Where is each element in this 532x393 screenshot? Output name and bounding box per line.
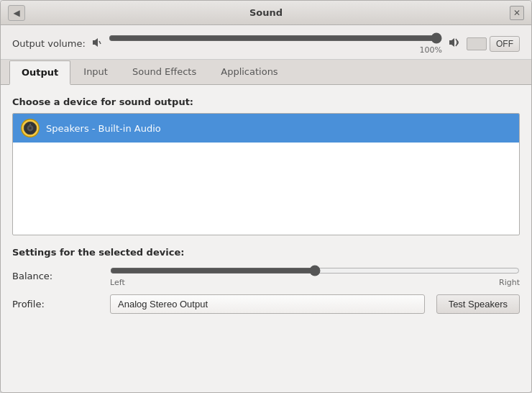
settings-title: Settings for the selected device: <box>12 247 520 258</box>
volume-high-icon <box>448 37 461 50</box>
off-button[interactable]: OFF <box>490 36 520 52</box>
balance-label: Balance: <box>12 271 98 281</box>
volume-bar: Output volume: 100% OFF <box>1 25 531 60</box>
svg-marker-2 <box>449 38 454 47</box>
tabs-row: Output Input Sound Effects Applications <box>1 60 531 85</box>
volume-label: Output volume: <box>12 38 86 49</box>
window-title: Sound <box>249 7 283 18</box>
close-button[interactable]: ✕ <box>510 6 524 20</box>
volume-low-icon <box>91 37 103 50</box>
svg-point-6 <box>29 127 32 130</box>
balance-row: Balance: Left Right <box>12 265 520 287</box>
profile-label: Profile: <box>12 299 98 310</box>
speaker-device-icon <box>20 118 40 138</box>
balance-slider-container: Left Right <box>110 265 520 287</box>
profile-select[interactable]: Analog Stereo Output Analog Stereo Duple… <box>110 294 425 314</box>
balance-left-label: Left <box>110 278 125 287</box>
balance-labels: Left Right <box>110 278 520 287</box>
tab-input[interactable]: Input <box>72 60 119 85</box>
back-button[interactable]: ◀ <box>8 5 25 21</box>
device-list[interactable]: Speakers - Built-in Audio <box>12 113 520 235</box>
balance-right-label: Right <box>499 278 520 287</box>
titlebar: ◀ Sound ✕ <box>1 1 531 25</box>
volume-slider[interactable] <box>109 32 442 44</box>
svg-line-1 <box>99 41 101 44</box>
svg-point-7 <box>29 124 31 125</box>
device-name-speakers: Speakers - Built-in Audio <box>46 123 161 134</box>
volume-percent: 100% <box>420 45 442 55</box>
balance-slider[interactable] <box>110 265 520 276</box>
profile-row: Profile: Analog Stereo Output Analog Ste… <box>12 294 520 314</box>
off-button-container: OFF <box>467 36 520 52</box>
tab-applications[interactable]: Applications <box>209 60 289 85</box>
choose-device-title: Choose a device for sound output: <box>12 96 520 107</box>
profile-select-container: Analog Stereo Output Analog Stereo Duple… <box>110 294 425 314</box>
tab-sound-effects[interactable]: Sound Effects <box>121 60 208 85</box>
test-speakers-button[interactable]: Test Speakers <box>436 294 520 314</box>
device-item-speakers[interactable]: Speakers - Built-in Audio <box>13 114 519 143</box>
device-chooser-section: Choose a device for sound output: Spea <box>12 96 520 235</box>
sound-window: ◀ Sound ✕ Output volume: 100% OFF <box>0 0 532 393</box>
svg-marker-0 <box>93 38 98 47</box>
device-settings-section: Settings for the selected device: Balanc… <box>12 247 520 314</box>
volume-slider-container: 100% <box>109 32 442 55</box>
mute-checkbox[interactable] <box>467 37 487 50</box>
main-content: Choose a device for sound output: Spea <box>1 85 531 392</box>
tab-output[interactable]: Output <box>9 60 70 85</box>
